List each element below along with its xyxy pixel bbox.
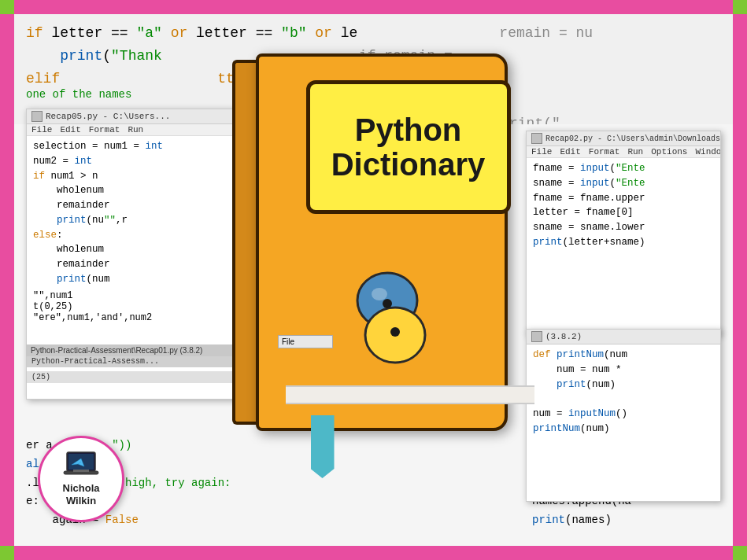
small-file-label: File — [278, 335, 333, 348]
titlebar-recap02: Recap02.py - C:\Users\admin\Downloads\al… — [527, 131, 720, 146]
laptop-icon — [61, 451, 102, 481]
book-bookmark — [311, 415, 335, 478]
title-recap05: Recap05.py - C:\Users... — [46, 112, 170, 121]
code-body-recap02: fname = input("Ente sname = input("Ente … — [527, 158, 720, 253]
svg-point-3 — [383, 299, 392, 308]
book-body: Python Dictionary — [256, 53, 508, 431]
code-body-printnum: def printNum(num num = num * print(num) … — [527, 344, 720, 440]
code-window-printnum: (3.8.2) def printNum(num num = num * pri… — [526, 329, 721, 502]
svg-rect-10 — [73, 470, 89, 472]
book-pages — [286, 385, 534, 404]
svg-point-4 — [390, 327, 400, 337]
book-title: Python Dictionary — [331, 112, 486, 182]
code-window-recap02: Recap02.py - C:\Users\admin\Downloads\al… — [526, 131, 721, 335]
titlebar-printnum: (3.8.2) — [527, 330, 720, 344]
python-logo-svg — [344, 271, 438, 365]
logo-name: Nichola Wilkin — [63, 482, 100, 507]
svg-point-2 — [372, 288, 387, 300]
book: Python Dictionary — [232, 53, 516, 447]
title-printnum: (3.8.2) — [545, 332, 582, 341]
book-label: Python Dictionary — [306, 80, 511, 214]
book-container: Python Dictionary — [224, 53, 523, 494]
logo-circle: Nichola Wilkin — [38, 436, 124, 522]
menubar-recap02[interactable]: File Edit Format Run Options Window — [527, 146, 720, 158]
python-logo — [344, 271, 438, 365]
title-recap02: Recap02.py - C:\Users\admin\Downloads\al… — [545, 134, 720, 143]
content-area: if letter == "a" or letter == "b" or ler… — [14, 14, 733, 546]
